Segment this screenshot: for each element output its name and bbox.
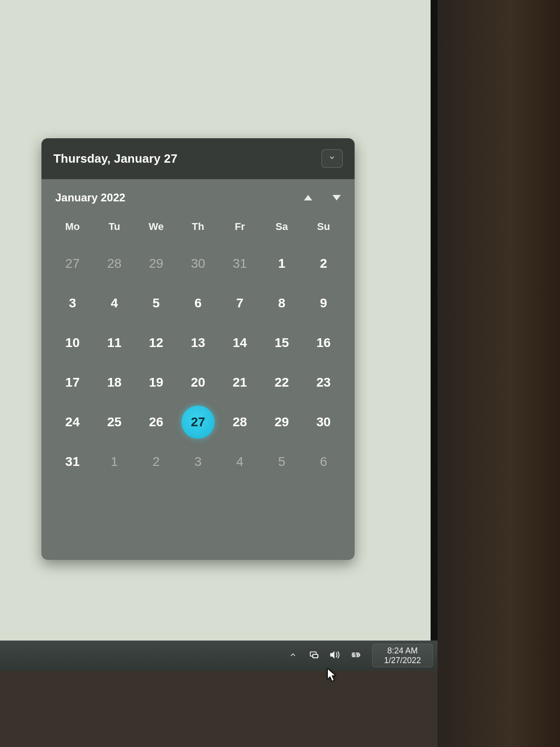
day-of-week-header: Mo [52, 212, 93, 242]
calendar-day-outside[interactable]: 29 [135, 246, 177, 282]
calendar-day[interactable]: 24 [52, 404, 93, 440]
calendar-day[interactable]: 4 [93, 285, 135, 321]
day-of-week-header: Su [303, 212, 344, 242]
chevron-up-icon [289, 651, 297, 661]
monitor-inner-bezel [431, 0, 438, 671]
calendar-day[interactable]: 10 [52, 325, 93, 361]
taskbar: 8:24 AM 1/27/2022 [0, 641, 438, 671]
svg-marker-7 [327, 669, 335, 681]
volume-tray-icon[interactable] [330, 650, 341, 661]
calendar-day-outside[interactable]: 4 [219, 444, 261, 480]
calendar-day[interactable]: 18 [93, 365, 135, 400]
calendar-day-outside[interactable]: 1 [93, 444, 135, 480]
calendar-day[interactable]: 2 [303, 246, 344, 282]
calendar-day[interactable]: 16 [303, 325, 344, 361]
month-nav [304, 195, 341, 200]
calendar-day[interactable]: 30 [303, 404, 344, 440]
chevron-down-icon [328, 154, 336, 163]
calendar-header: Thursday, January 27 [41, 138, 355, 179]
calendar-day[interactable]: 23 [303, 365, 344, 400]
calendar-day[interactable]: 21 [219, 365, 261, 400]
mouse-cursor-icon [327, 668, 337, 682]
calendar-day[interactable]: 7 [219, 285, 261, 321]
month-year-label[interactable]: January 2022 [55, 191, 125, 204]
calendar-day-outside[interactable]: 30 [177, 246, 219, 282]
calendar-day[interactable]: 28 [219, 404, 261, 440]
network-tray-icon[interactable] [309, 650, 320, 661]
calendar-day[interactable]: 3 [52, 285, 93, 321]
taskbar-time: 8:24 AM [387, 646, 418, 656]
tray-overflow-button[interactable] [287, 650, 298, 661]
calendar-day[interactable]: 12 [135, 325, 177, 361]
month-bar: January 2022 [41, 179, 355, 209]
day-of-week-header: Tu [93, 212, 135, 242]
calendar-day-outside[interactable]: 27 [52, 246, 93, 282]
calendar-day[interactable]: 19 [135, 365, 177, 400]
calendar-day[interactable]: 6 [177, 285, 219, 321]
calendar-day[interactable]: 1 [261, 246, 303, 282]
calendar-day[interactable]: 8 [261, 285, 303, 321]
calendar-day[interactable]: 11 [93, 325, 135, 361]
next-month-button[interactable] [332, 195, 341, 200]
calendar-day[interactable]: 26 [135, 404, 177, 440]
monitor-right-bezel [438, 0, 560, 747]
calendar-day-outside[interactable]: 2 [135, 444, 177, 480]
day-of-week-header: Fr [219, 212, 261, 242]
svg-rect-1 [313, 654, 318, 658]
calendar-day[interactable]: 9 [303, 285, 344, 321]
calendar-day[interactable]: 17 [52, 365, 93, 400]
battery-tray-icon[interactable] [351, 650, 362, 661]
calendar-day[interactable]: 20 [177, 365, 219, 400]
calendar-day[interactable]: 15 [261, 325, 303, 361]
system-tray: 8:24 AM 1/27/2022 [287, 644, 433, 667]
svg-rect-5 [359, 654, 361, 655]
day-of-week-header: Sa [261, 212, 303, 242]
calendar-day-outside[interactable]: 31 [219, 246, 261, 282]
calendar-day-outside[interactable]: 6 [303, 444, 344, 480]
previous-month-button[interactable] [304, 195, 312, 200]
calendar-day-outside[interactable]: 3 [177, 444, 219, 480]
calendar-day[interactable]: 5 [135, 285, 177, 321]
calendar-grid: MoTuWeThFrSaSu27282930311234567891011121… [41, 209, 355, 490]
calendar-day[interactable]: 14 [219, 325, 261, 361]
taskbar-clock[interactable]: 8:24 AM 1/27/2022 [372, 644, 433, 667]
calendar-day-today[interactable]: 27 [181, 406, 215, 439]
calendar-day-outside[interactable]: 5 [261, 444, 303, 480]
svg-marker-3 [330, 651, 334, 659]
calendar-day[interactable]: 29 [261, 404, 303, 440]
calendar-day[interactable]: 13 [177, 325, 219, 361]
calendar-day[interactable]: 31 [52, 444, 93, 480]
calendar-flyout: Thursday, January 27 January 2022 MoTuWe… [41, 138, 355, 560]
calendar-day[interactable]: 25 [93, 404, 135, 440]
today-full-date[interactable]: Thursday, January 27 [53, 152, 177, 166]
day-of-week-header: We [135, 212, 177, 242]
calendar-day-outside[interactable]: 28 [93, 246, 135, 282]
monitor-network-icon [309, 650, 319, 662]
taskbar-date: 1/27/2022 [384, 656, 421, 665]
calendar-day[interactable]: 22 [261, 365, 303, 400]
day-of-week-header: Th [177, 212, 219, 242]
collapse-button[interactable] [321, 149, 343, 168]
battery-icon [351, 650, 362, 661]
speaker-icon [329, 650, 342, 662]
